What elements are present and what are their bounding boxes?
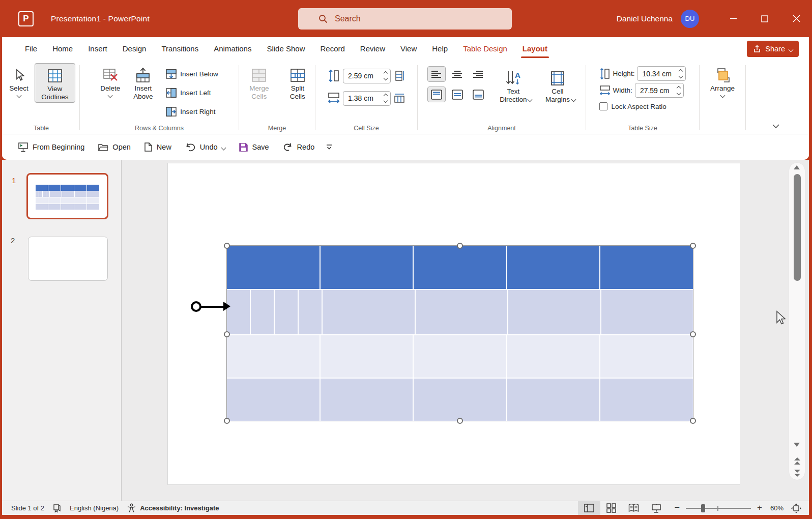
cell-width-field[interactable]: 1.38 cm xyxy=(343,91,391,106)
insert-below-button[interactable]: Insert Below xyxy=(164,67,220,80)
tab-record[interactable]: Record xyxy=(312,37,352,60)
next-slide-icon[interactable] xyxy=(794,469,801,477)
table-cell[interactable] xyxy=(321,335,413,378)
tab-file[interactable]: File xyxy=(17,37,45,60)
cell-width-spinner[interactable] xyxy=(381,94,390,102)
table-cell[interactable] xyxy=(74,197,86,203)
table-cell[interactable] xyxy=(251,290,274,334)
table-cell[interactable] xyxy=(50,191,62,197)
table-width-field[interactable]: 27.59 cm xyxy=(635,83,684,98)
table-cell[interactable] xyxy=(299,290,322,334)
handle-top-left[interactable] xyxy=(224,243,230,249)
tab-transitions[interactable]: Transitions xyxy=(154,37,206,60)
maximize-button[interactable] xyxy=(749,0,780,37)
lock-aspect-ratio-checkbox[interactable]: Lock Aspect Ratio xyxy=(599,99,686,114)
tab-design[interactable]: Design xyxy=(115,37,154,60)
table-cell[interactable] xyxy=(414,246,506,289)
spell-check-button[interactable] xyxy=(48,501,66,515)
table-cell[interactable] xyxy=(75,191,87,197)
tab-table-design[interactable]: Table Design xyxy=(455,37,515,60)
handle-top-right[interactable] xyxy=(690,243,696,249)
table-cell[interactable] xyxy=(507,379,600,421)
align-center-button[interactable] xyxy=(448,66,467,82)
table-cell[interactable] xyxy=(275,290,298,334)
reading-view-button[interactable] xyxy=(623,501,645,515)
arrange-button[interactable]: Arrange xyxy=(708,63,737,123)
open-button[interactable]: Open xyxy=(93,139,135,155)
table-cell[interactable] xyxy=(36,185,48,191)
insert-left-button[interactable]: Insert Left xyxy=(164,86,220,99)
table-cell[interactable] xyxy=(48,204,61,210)
table-cell[interactable] xyxy=(600,335,693,378)
table-cell[interactable] xyxy=(61,185,73,191)
table-cell[interactable] xyxy=(600,246,693,289)
cell-margins-button[interactable]: Cell Margins xyxy=(539,66,576,102)
table-cell[interactable] xyxy=(48,197,61,203)
table-cell[interactable] xyxy=(87,197,99,203)
handle-bottom-left[interactable] xyxy=(224,418,230,424)
tab-slide-show[interactable]: Slide Show xyxy=(259,37,312,60)
distribute-columns-icon[interactable] xyxy=(394,93,405,104)
fit-slide-to-window-button[interactable] xyxy=(787,501,809,515)
slide-1-thumbnail[interactable] xyxy=(26,173,108,219)
table-cell[interactable] xyxy=(323,290,414,334)
previous-slide-icon[interactable] xyxy=(794,457,801,465)
table-height-spinner[interactable] xyxy=(676,70,685,78)
text-direction-button[interactable]: A Text Direction xyxy=(495,66,532,102)
accessibility-button[interactable]: Accessibility: Investigate xyxy=(123,501,223,515)
handle-top-center[interactable] xyxy=(457,243,463,249)
user-name[interactable]: Daniel Uchenna xyxy=(617,14,673,23)
select-button[interactable]: Select xyxy=(7,63,31,98)
split-cells-button[interactable]: Split Cells xyxy=(282,63,313,102)
tab-review[interactable]: Review xyxy=(353,37,393,60)
table-cell[interactable] xyxy=(227,290,250,334)
table-cell[interactable] xyxy=(414,379,506,421)
insert-above-button[interactable]: Insert Above xyxy=(127,63,159,102)
table-cell[interactable] xyxy=(601,290,693,334)
cell-height-spinner[interactable] xyxy=(381,72,390,80)
table-cell[interactable] xyxy=(87,204,99,210)
zoom-slider-thumb[interactable] xyxy=(701,504,705,512)
handle-mid-right[interactable] xyxy=(690,331,696,337)
table-cell[interactable] xyxy=(39,191,42,197)
from-beginning-button[interactable]: From Beginning xyxy=(13,139,89,155)
table-width-spinner[interactable] xyxy=(674,86,683,95)
table-cell[interactable] xyxy=(48,185,61,191)
save-button[interactable]: Save xyxy=(234,139,274,155)
table-cell[interactable] xyxy=(62,191,74,197)
align-right-button[interactable] xyxy=(469,66,487,82)
tab-help[interactable]: Help xyxy=(424,37,455,60)
zoom-out-button[interactable]: − xyxy=(668,501,682,515)
table-cell[interactable] xyxy=(46,191,49,197)
table-cell[interactable] xyxy=(414,335,506,378)
slide-sorter-view-button[interactable] xyxy=(600,501,623,515)
table-cell[interactable] xyxy=(36,204,48,210)
table-height-field[interactable]: 10.34 cm xyxy=(637,66,686,81)
table-cell[interactable] xyxy=(508,290,600,334)
scrollbar-thumb[interactable] xyxy=(794,174,801,281)
align-middle-button[interactable] xyxy=(448,86,467,102)
normal-view-button[interactable] xyxy=(578,501,600,515)
new-button[interactable]: New xyxy=(139,139,176,155)
table-cell[interactable] xyxy=(36,197,48,203)
table-cell[interactable] xyxy=(87,191,99,197)
language-indicator[interactable]: English (Nigeria) xyxy=(66,501,123,515)
table-cell[interactable] xyxy=(43,191,46,197)
table-cell[interactable] xyxy=(74,204,86,210)
search-input[interactable]: Search xyxy=(298,8,512,30)
align-bottom-button[interactable] xyxy=(469,86,487,102)
tab-insert[interactable]: Insert xyxy=(80,37,115,60)
zoom-in-button[interactable]: + xyxy=(755,501,767,515)
handle-bottom-right[interactable] xyxy=(690,418,696,424)
table-cell[interactable] xyxy=(416,290,507,334)
zoom-slider[interactable] xyxy=(686,508,751,509)
table-cell[interactable] xyxy=(227,246,320,289)
tab-view[interactable]: View xyxy=(393,37,424,60)
table-cell[interactable] xyxy=(507,246,600,289)
minimize-button[interactable] xyxy=(717,0,749,37)
scroll-down-icon[interactable] xyxy=(794,443,800,447)
table-cell[interactable] xyxy=(600,379,693,421)
table-cell[interactable] xyxy=(227,379,320,421)
cell-height-field[interactable]: 2.59 cm xyxy=(343,69,391,83)
align-left-button[interactable] xyxy=(427,66,446,82)
